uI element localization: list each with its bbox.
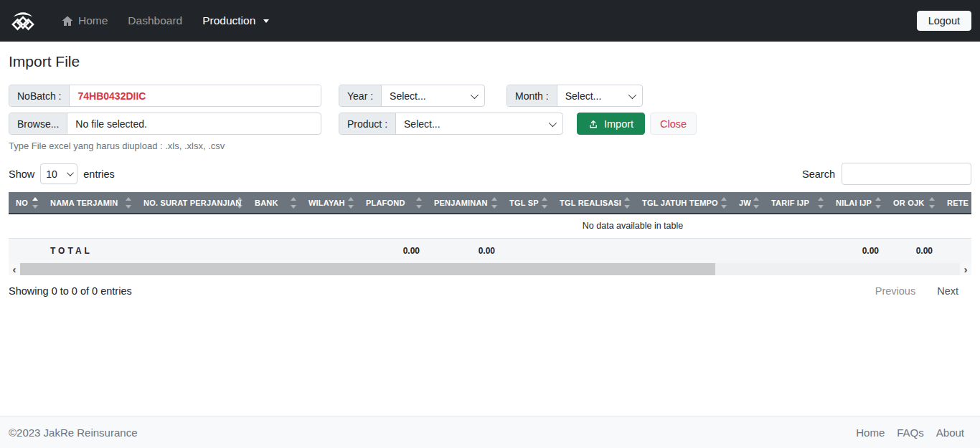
sort-icon xyxy=(753,197,759,209)
entries-info: Showing 0 to 0 of 0 entries xyxy=(9,285,132,297)
total-cell xyxy=(764,239,829,264)
total-cell: 0.00 xyxy=(886,239,940,264)
year-label: Year : xyxy=(339,85,382,106)
upload-icon xyxy=(588,119,598,129)
column-label: NO xyxy=(16,199,28,207)
sort-icon xyxy=(237,197,242,209)
column-header-tgl-sp[interactable]: TGL SP xyxy=(502,192,552,214)
month-select[interactable]: Select... xyxy=(557,85,642,106)
product-group: Product : Select... xyxy=(339,113,563,135)
jakre-logo[interactable] xyxy=(9,6,37,36)
sort-icon xyxy=(291,197,296,209)
scroll-left-icon[interactable]: ‹ xyxy=(9,263,20,275)
total-cell xyxy=(136,239,248,264)
column-label: PLAFOND xyxy=(366,199,405,207)
total-cell: 0.00 xyxy=(829,239,886,264)
main-content: Import File NoBatch : Year : Select... M… xyxy=(0,42,980,416)
column-header-no-surat-perjanjian[interactable]: NO. SURAT PERJANJIAN xyxy=(136,192,248,214)
home-icon xyxy=(62,16,73,27)
empty-message: No data available in table xyxy=(9,214,971,239)
scrollbar-track[interactable] xyxy=(20,263,960,275)
scroll-right-icon[interactable]: › xyxy=(960,263,971,275)
chevron-down-icon xyxy=(628,90,636,98)
dropdown-caret-icon xyxy=(263,19,269,23)
form-row-2: Browse... No file selected. Product : Se… xyxy=(9,113,971,135)
column-header-tgl-jatuh-tempo[interactable]: TGL JATUH TEMPO xyxy=(635,192,732,214)
table-info-row: Showing 0 to 0 of 0 entries Previous Nex… xyxy=(9,285,971,297)
nav-item-production[interactable]: Production xyxy=(202,14,269,27)
previous-button[interactable]: Previous xyxy=(875,285,915,297)
column-label: OR OJK xyxy=(893,199,924,207)
column-label: NILAI IJP xyxy=(836,199,872,207)
column-header-nama-terjamin[interactable]: NAMA TERJAMIN xyxy=(43,192,136,214)
horizontal-scrollbar[interactable]: ‹ › xyxy=(9,263,971,275)
footer-link-about[interactable]: About xyxy=(936,426,964,439)
show-label: Show xyxy=(9,168,34,180)
total-cell xyxy=(301,239,359,264)
column-header-nilai-ijp[interactable]: NILAI IJP xyxy=(829,192,886,214)
column-header-wilayah[interactable]: WILAYAH xyxy=(301,192,359,214)
total-cell xyxy=(732,239,764,264)
column-header-plafond[interactable]: PLAFOND xyxy=(359,192,427,214)
footer-link-home[interactable]: Home xyxy=(856,426,885,439)
search-label: Search xyxy=(802,168,835,180)
column-label: PENJAMINAN xyxy=(434,199,488,207)
column-label: JW xyxy=(739,199,751,207)
total-cell xyxy=(502,239,552,264)
nav-item-dashboard[interactable]: Dashboard xyxy=(128,14,182,27)
column-label: BANK xyxy=(255,199,278,207)
column-header-penjaminan[interactable]: PENJAMINAN xyxy=(427,192,502,214)
column-label: WILAYAH xyxy=(308,199,345,207)
product-select[interactable]: Select... xyxy=(396,113,562,134)
total-cell xyxy=(9,239,43,264)
chevron-down-icon xyxy=(67,169,74,176)
column-label: NO. SURAT PERJANJIAN xyxy=(143,199,241,207)
logout-button[interactable]: Logout xyxy=(917,11,971,31)
entries-label: entries xyxy=(83,168,115,180)
form-row-1: NoBatch : Year : Select... Month : Selec… xyxy=(9,85,971,107)
nobatch-input[interactable] xyxy=(70,85,321,106)
column-header-tarif-ijp[interactable]: TARIF IJP xyxy=(764,192,829,214)
column-header-bank[interactable]: BANK xyxy=(248,192,301,214)
nav-item-home[interactable]: Home xyxy=(62,14,108,27)
column-header-jw[interactable]: JW xyxy=(732,192,764,214)
month-group: Month : Select... xyxy=(507,85,643,107)
browse-button[interactable]: Browse... xyxy=(9,113,67,134)
total-cell xyxy=(940,239,971,264)
year-group: Year : Select... xyxy=(339,85,485,107)
sort-icon xyxy=(929,197,935,209)
copyright-text: ©2023 JakRe Reinsurance xyxy=(9,426,138,439)
year-select[interactable]: Select... xyxy=(382,85,484,106)
column-label: NAMA TERJAMIN xyxy=(50,199,118,207)
column-label: TGL JATUH TEMPO xyxy=(642,199,718,207)
column-label: TGL REALISASI xyxy=(560,199,621,207)
next-button[interactable]: Next xyxy=(937,285,958,297)
column-header-or-ojk[interactable]: OR OJK xyxy=(886,192,940,214)
import-button[interactable]: Import xyxy=(577,113,645,135)
footer-links: HomeFAQsAbout xyxy=(856,426,964,439)
total-cell: 0.00 xyxy=(359,239,427,264)
total-cell xyxy=(635,239,732,264)
search-input[interactable] xyxy=(842,163,971,185)
sort-icon xyxy=(126,197,131,209)
pagination: Previous Next xyxy=(875,285,958,297)
sort-icon xyxy=(624,197,630,209)
empty-data-row: No data available in table xyxy=(9,214,971,239)
column-header-rete[interactable]: RETE xyxy=(940,192,971,214)
page-title: Import File xyxy=(9,53,971,70)
column-header-tgl-realisasi[interactable]: TGL REALISASI xyxy=(552,192,635,214)
table-header-row: NONAMA TERJAMINNO. SURAT PERJANJIANBANKW… xyxy=(9,192,971,214)
footer-link-faqs[interactable]: FAQs xyxy=(897,426,924,439)
sort-icon xyxy=(416,197,422,209)
sort-icon xyxy=(542,197,547,209)
file-type-note: Type File excel yang harus diupload : .x… xyxy=(9,140,971,151)
page-footer: ©2023 JakRe Reinsurance HomeFAQsAbout xyxy=(0,416,980,448)
column-label: RETE xyxy=(947,199,969,207)
column-header-no[interactable]: NO xyxy=(9,192,43,214)
data-table-wrapper: NONAMA TERJAMINNO. SURAT PERJANJIANBANKW… xyxy=(9,192,971,263)
scrollbar-thumb[interactable] xyxy=(20,263,715,275)
page-size-select[interactable]: 10 xyxy=(40,163,77,184)
close-button[interactable]: Close xyxy=(650,113,697,135)
total-row: TOTAL0.000.000.000.00 xyxy=(9,239,971,264)
top-navbar: Home Dashboard Production Logout xyxy=(0,0,980,42)
